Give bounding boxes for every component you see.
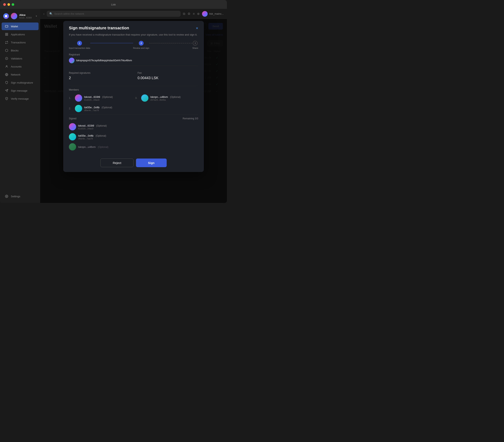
modal-subtitle: If you have received a multisignature tr… (63, 33, 204, 41)
member-item-1: 1. lskxsd...633t9 (Optional) 61d320...34… (69, 94, 132, 102)
topbar-actions: ⧉ ⚙ ≡ ⊕ lisk_mainc... (183, 11, 224, 17)
minimize-traffic-light[interactable] (7, 3, 10, 6)
sidebar-item-verify-message[interactable]: Verify message (2, 95, 38, 102)
topbar-username: lisk_mainc... (209, 12, 224, 15)
step-3-circle: 3 (193, 41, 198, 46)
fields-row-sig-fee: Required signatures 2 Fee 0.00443 LSK (69, 68, 198, 83)
member-2-optional: (Optional) (102, 106, 112, 109)
signed-1-address: 61d320...34ac0 (78, 127, 107, 130)
settings-icon-button[interactable]: ⚙ (188, 12, 190, 16)
members-grid: 1. lskxsd...633t9 (Optional) 61d320...34… (69, 94, 198, 112)
step-1-label: Input transaction data (69, 47, 90, 49)
svg-rect-3 (5, 35, 6, 36)
settings-icon (5, 194, 8, 198)
sidebar-item-applications[interactable]: Applications (2, 31, 38, 38)
user-info: Alice lkxsd...633t9 (19, 14, 34, 19)
member-1-number: 1. (69, 96, 73, 99)
signed-2-avatar (69, 133, 76, 140)
modal-footer: Reject Sign (63, 154, 204, 172)
required-sig-value: 2 (69, 76, 71, 80)
fee-label: Fee (138, 72, 198, 74)
member-2-avatar (75, 105, 82, 112)
sidebar: Alice lkxsd...633t9 ▾ Wallet Application… (0, 9, 40, 203)
verify-message-icon (5, 97, 8, 100)
reject-button[interactable]: Reject (100, 159, 134, 167)
member-3-avatar (141, 94, 148, 102)
sidebar-item-blocks[interactable]: Blocks (2, 47, 38, 54)
member-2-address: dfbe4e...7aa78 (84, 109, 112, 111)
wallet-label: Wallet (11, 25, 18, 28)
step-2: 2 Review and sign (133, 41, 149, 49)
member-1-avatar (75, 94, 82, 102)
verify-message-label: Verify message (11, 97, 29, 100)
close-traffic-light[interactable] (3, 3, 6, 6)
signed-2-optional: (Optional) (96, 134, 106, 137)
sidebar-item-wallet[interactable]: Wallet (2, 22, 38, 30)
step-1: 1 Input transaction data (69, 41, 90, 49)
fullscreen-traffic-light[interactable] (12, 3, 14, 6)
search-placeholder: Search within the network (54, 12, 84, 15)
sign-multisig-icon (5, 81, 8, 84)
sidebar-item-sign-message[interactable]: Sign message (2, 87, 38, 94)
network-icon-button[interactable]: ⊕ (197, 12, 200, 16)
filter-icon-button[interactable]: ≡ (193, 12, 194, 16)
transactions-icon (5, 41, 8, 44)
sidebar-item-settings[interactable]: Settings (2, 192, 38, 200)
modal-overlay: Sign multisignature transaction × If you… (40, 19, 227, 203)
member-3-name: lsknpn...u48vm (150, 95, 168, 98)
signed-3-info: lsknpn...u48vm (Optional) (78, 145, 108, 149)
member-2-number: 2. (69, 107, 73, 110)
sidebar-item-validators[interactable]: Validators (2, 55, 38, 62)
sidebar-item-transactions[interactable]: Transactions (2, 38, 38, 46)
member-3-name-row: lsknpn...u48vm (Optional) (150, 95, 181, 99)
sign-button[interactable]: Sign (136, 159, 167, 167)
search-bar[interactable]: 🔍 Search within the network (47, 11, 180, 17)
titlebar: Lisk (0, 0, 227, 9)
traffic-lights (3, 3, 14, 6)
modal-body: Registrant lsknpnpqzn57kcay6dfskqrphdas9… (63, 53, 204, 154)
sidebar-item-accounts[interactable]: Accounts (2, 63, 38, 70)
main-content: ‹ 🔍 Search within the network ⧉ ⚙ ≡ ⊕ li… (40, 9, 227, 203)
signed-3-optional: (Optional) (98, 146, 108, 148)
registrant-address: lsknpnpqzn57kcay6dfskqrphdas92ehh7htu48v… (76, 59, 132, 62)
copy-icon-button[interactable]: ⧉ (183, 12, 185, 16)
required-sig-label: Required signatures (69, 72, 130, 74)
lisk-logo (3, 13, 9, 19)
divider-2 (69, 86, 198, 86)
topbar-profile: lisk_mainc... (202, 11, 224, 17)
applications-icon (5, 33, 8, 36)
members-title: Members (69, 88, 198, 91)
username: Alice (19, 14, 34, 17)
sign-message-icon (5, 89, 8, 92)
sign-multisig-modal: Sign multisignature transaction × If you… (63, 21, 204, 172)
member-1-optional: (Optional) (102, 96, 113, 98)
user-avatar (11, 13, 17, 19)
sidebar-profile[interactable]: Alice lkxsd...633t9 ▾ (0, 11, 40, 22)
blocks-icon (5, 49, 8, 52)
app-title: Lisk (111, 3, 116, 6)
topbar: ‹ 🔍 Search within the network ⧉ ⚙ ≡ ⊕ li… (40, 9, 227, 19)
blocks-label: Blocks (11, 49, 18, 52)
back-button[interactable]: ‹ (43, 12, 44, 16)
modal-steps: 1 Input transaction data 2 Review and si… (63, 41, 204, 53)
signed-title: Signed (69, 117, 76, 120)
step-line-2-3 (149, 43, 192, 43)
registrant-label: Registrant (69, 53, 198, 56)
wallet-icon (5, 24, 8, 28)
sign-multisig-label: Sign multisignature (11, 81, 33, 84)
sidebar-item-sign-multisig[interactable]: Sign multisignature (2, 79, 38, 86)
signed-3-name: lsknpn...u48vm (78, 146, 96, 148)
registrant-value: lsknpnpqzn57kcay6dfskqrphdas92ehh7htu48v… (69, 58, 198, 63)
chevron-down-icon[interactable]: ▾ (36, 15, 37, 18)
sidebar-item-network[interactable]: Network (2, 71, 38, 78)
member-3-optional: (Optional) (170, 96, 181, 98)
member-1-address: 61d320...34ac0 (84, 99, 113, 101)
step-line-1-2 (90, 43, 133, 43)
divider-3 (69, 114, 198, 115)
svg-rect-1 (5, 33, 6, 34)
step-1-number: 1 (79, 42, 80, 44)
modal-close-button[interactable]: × (196, 26, 198, 30)
member-item-2: 2. lsk55e...0xftb (Optional) dfbe4e...7a… (69, 105, 132, 112)
modal-title: Sign multisignature transaction (69, 26, 129, 30)
fee-value: 0.00443 LSK (138, 76, 158, 80)
